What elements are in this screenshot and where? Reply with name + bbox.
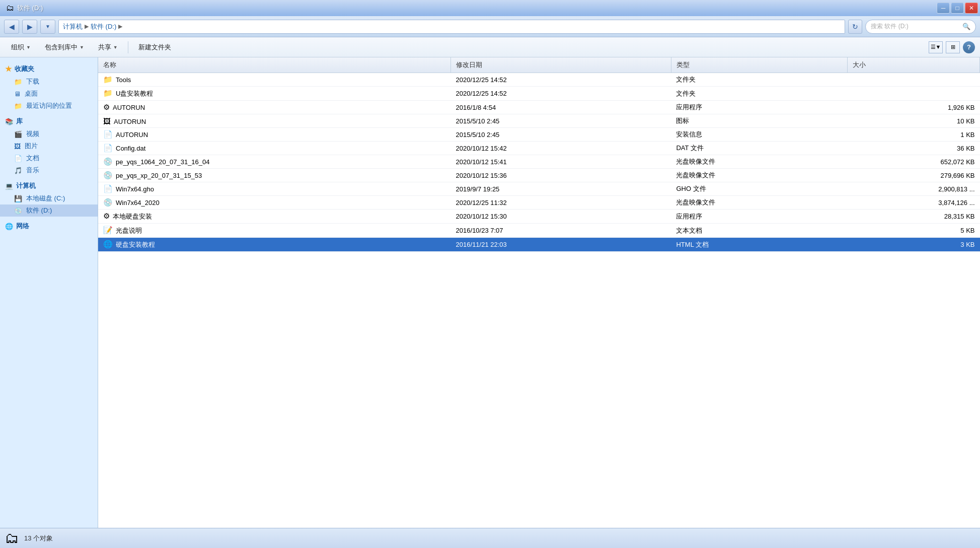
- network-label: 网络: [16, 222, 29, 231]
- favorites-label: 收藏夹: [15, 64, 34, 74]
- table-row[interactable]: 🖼AUTORUN2015/5/10 2:45图标10 KB: [98, 114, 980, 128]
- help-button[interactable]: ?: [963, 41, 975, 53]
- table-row[interactable]: 📄AUTORUN2015/5/10 2:45安装信息1 KB: [98, 128, 980, 142]
- sidebar-item-desktop[interactable]: 🖥 桌面: [0, 88, 98, 100]
- file-name: Config.dat: [116, 145, 145, 152]
- column-header-name[interactable]: 名称: [98, 57, 451, 73]
- file-name-cell: 💿pe_yqs_xp_20_07_31_15_53: [98, 169, 451, 182]
- file-date: 2016/11/21 22:03: [451, 238, 671, 252]
- sidebar-item-image[interactable]: 🖼 图片: [0, 140, 98, 152]
- file-name-cell: 📁Tools: [98, 73, 451, 87]
- view-icons-button[interactable]: ⊞: [946, 41, 960, 53]
- file-name: 本地硬盘安装: [113, 213, 152, 220]
- file-date: 2016/10/23 7:07: [451, 224, 671, 238]
- file-table: 名称 修改日期 类型 大小 📁Tools2020/12/25 14:52文件夹📁…: [98, 57, 980, 252]
- library-label: 库: [16, 117, 23, 126]
- file-name-cell: 🌐硬盘安装教程: [98, 238, 451, 252]
- main-area: ★ 收藏夹 📁 下载 🖥 桌面 📁 最近访问的位置 📚 库: [0, 57, 980, 528]
- sidebar-item-recent[interactable]: 📁 最近访问的位置: [0, 100, 98, 112]
- view-list-button[interactable]: ☰▼: [929, 41, 943, 53]
- network-header[interactable]: 🌐 网络: [0, 220, 98, 233]
- column-header-type[interactable]: 类型: [671, 57, 847, 73]
- table-row[interactable]: 📝光盘说明2016/10/23 7:07文本文档5 KB: [98, 224, 980, 238]
- file-date: 2020/12/25 14:52: [451, 87, 671, 101]
- computer-label: 计算机: [16, 181, 36, 190]
- breadcrumb-computer[interactable]: 计算机: [63, 22, 83, 31]
- file-icon: 💿: [103, 157, 113, 166]
- sidebar-item-downloads[interactable]: 📁 下载: [0, 76, 98, 88]
- breadcrumb: 计算机 ▶ 软件 (D:) ▶: [58, 20, 845, 34]
- search-icon: 🔍: [962, 23, 970, 30]
- table-row[interactable]: 💿Win7x64_20202020/12/25 11:32光盘映像文件3,874…: [98, 196, 980, 210]
- breadcrumb-drive[interactable]: 软件 (D:): [91, 22, 116, 31]
- sidebar-item-music[interactable]: 🎵 音乐: [0, 164, 98, 176]
- table-row[interactable]: ⚙本地硬盘安装2020/10/12 15:30应用程序28,315 KB: [98, 210, 980, 224]
- file-size: 1 KB: [848, 128, 980, 142]
- column-header-size[interactable]: 大小: [848, 57, 980, 73]
- file-date: 2015/5/10 2:45: [451, 128, 671, 142]
- statusbar-count: 13 个对象: [24, 534, 53, 543]
- library-header[interactable]: 📚 库: [0, 115, 98, 128]
- file-size: 36 KB: [848, 142, 980, 155]
- table-row[interactable]: 📄Win7x64.gho2019/9/7 19:25GHO 文件2,900,81…: [98, 182, 980, 196]
- table-row[interactable]: 📄Config.dat2020/10/12 15:42DAT 文件36 KB: [98, 142, 980, 155]
- table-row[interactable]: 🌐硬盘安装教程2016/11/21 22:03HTML 文档3 KB: [98, 238, 980, 252]
- sidebar-item-drive-c[interactable]: 💾 本地磁盘 (C:): [0, 192, 98, 204]
- computer-icon: 💻: [5, 182, 13, 190]
- share-dropdown-icon: ▼: [113, 45, 118, 50]
- network-section: 🌐 网络: [0, 220, 98, 233]
- file-name: 光盘说明: [116, 227, 142, 234]
- file-name: AUTORUN: [114, 118, 146, 125]
- file-type: GHO 文件: [671, 182, 847, 196]
- share-button[interactable]: 共享 ▼: [92, 40, 124, 55]
- file-name: Win7x64.gho: [116, 185, 154, 193]
- close-button[interactable]: ✕: [965, 3, 978, 14]
- sidebar-item-drive-d[interactable]: 💿 软件 (D:): [0, 204, 98, 217]
- refresh-button[interactable]: ↻: [848, 20, 862, 34]
- file-date: 2020/10/12 15:41: [451, 155, 671, 169]
- file-name: pe_yqs_1064_20_07_31_16_04: [116, 158, 210, 166]
- file-size: [848, 87, 980, 101]
- search-bar[interactable]: 搜索 软件 (D:) 🔍: [865, 20, 976, 34]
- library-button[interactable]: 包含到库中 ▼: [39, 40, 90, 55]
- file-date: 2020/12/25 11:32: [451, 196, 671, 210]
- file-type: 图标: [671, 114, 847, 128]
- newfolder-label: 新建文件夹: [138, 43, 171, 52]
- share-label: 共享: [98, 43, 111, 52]
- file-size: [848, 73, 980, 87]
- favorites-header[interactable]: ★ 收藏夹: [0, 62, 98, 76]
- table-row[interactable]: 💿pe_yqs_xp_20_07_31_15_532020/10/12 15:3…: [98, 169, 980, 182]
- file-icon: 📁: [103, 89, 113, 97]
- file-name-cell: ⚙AUTORUN: [98, 101, 451, 114]
- column-header-date[interactable]: 修改日期: [451, 57, 671, 73]
- table-row[interactable]: 📁U盘安装教程2020/12/25 14:52文件夹: [98, 87, 980, 101]
- addressbar: ◀ ▶ ▼ 计算机 ▶ 软件 (D:) ▶ ↻ 搜索 软件 (D:) 🔍: [0, 16, 980, 37]
- forward-button[interactable]: ▶: [22, 20, 37, 34]
- table-row[interactable]: 📁Tools2020/12/25 14:52文件夹: [98, 73, 980, 87]
- favorites-section: ★ 收藏夹 📁 下载 🖥 桌面 📁 最近访问的位置: [0, 62, 98, 112]
- maximize-button[interactable]: □: [951, 3, 964, 14]
- table-row[interactable]: 💿pe_yqs_1064_20_07_31_16_042020/10/12 15…: [98, 155, 980, 169]
- file-size: 28,315 KB: [848, 210, 980, 224]
- library-section: 📚 库 🎬 视频 🖼 图片 📄 文档 🎵 音乐: [0, 115, 98, 176]
- organize-dropdown-icon: ▼: [26, 45, 31, 50]
- organize-button[interactable]: 组织 ▼: [5, 40, 37, 55]
- recent-button[interactable]: ▼: [40, 20, 55, 34]
- newfolder-button[interactable]: 新建文件夹: [132, 40, 177, 55]
- file-icon: 💿: [103, 171, 113, 179]
- file-date: 2020/10/12 15:30: [451, 210, 671, 224]
- table-row[interactable]: ⚙AUTORUN2016/1/8 4:54应用程序1,926 KB: [98, 101, 980, 114]
- sidebar-item-doc[interactable]: 📄 文档: [0, 152, 98, 164]
- computer-header[interactable]: 💻 计算机: [0, 179, 98, 192]
- minimize-button[interactable]: ─: [937, 3, 950, 14]
- back-button[interactable]: ◀: [4, 20, 19, 34]
- file-name-cell: 💿pe_yqs_1064_20_07_31_16_04: [98, 155, 451, 169]
- file-type: DAT 文件: [671, 142, 847, 155]
- statusbar: 🗂 13 个对象: [0, 528, 980, 548]
- file-date: 2015/5/10 2:45: [451, 114, 671, 128]
- file-area: 名称 修改日期 类型 大小 📁Tools2020/12/25 14:52文件夹📁…: [98, 57, 980, 528]
- recent-icon: 📁: [14, 102, 22, 110]
- file-name: pe_yqs_xp_20_07_31_15_53: [116, 172, 202, 179]
- sidebar-item-video[interactable]: 🎬 视频: [0, 128, 98, 140]
- file-name: 硬盘安装教程: [116, 241, 155, 248]
